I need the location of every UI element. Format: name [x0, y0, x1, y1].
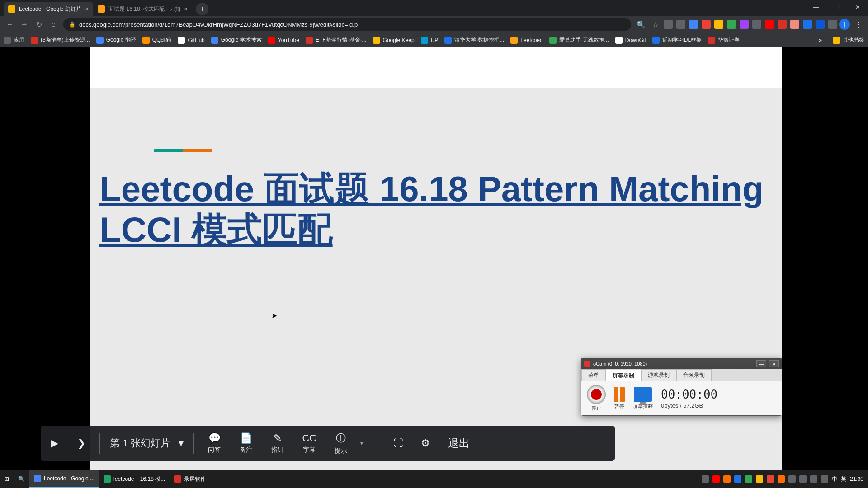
extension-icon-8[interactable] — [765, 20, 774, 29]
bookmark-11[interactable]: 爱莫助手-无线数据... — [549, 36, 609, 44]
profile-avatar[interactable]: j — [839, 19, 850, 30]
window-minimize[interactable]: — — [806, 0, 826, 14]
extension-icon-9[interactable] — [778, 20, 787, 29]
bookmarks-overflow[interactable]: » — [819, 37, 822, 43]
tray-icon-9[interactable] — [723, 475, 731, 483]
bookmark-3[interactable]: GitHub — [178, 37, 204, 44]
apps-button[interactable]: 应用 — [4, 36, 24, 44]
extension-icon-5[interactable] — [727, 20, 736, 29]
bookmark-8[interactable]: UP — [421, 37, 439, 44]
tray-icon-1[interactable] — [810, 475, 817, 483]
ocam-tab-2[interactable]: 游戏录制 — [641, 369, 676, 381]
ocam-minimize[interactable]: — — [756, 360, 766, 367]
bookmark-6[interactable]: ETF基金行情-基金-... — [306, 36, 367, 44]
tab-title: 面试题 16.18. 模式匹配 - 力扣 — [108, 5, 180, 13]
tray-icon-10[interactable] — [712, 475, 720, 483]
fullscreen-button[interactable]: ⛶ — [385, 426, 412, 461]
ime-indicator-1[interactable]: 中 — [832, 475, 837, 483]
chevron-down-icon: ▾ — [179, 437, 184, 449]
presenter-tool-4[interactable]: ⓘ提示 — [325, 432, 357, 455]
extension-icon-4[interactable] — [714, 20, 723, 29]
settings-button[interactable]: ⚙ — [412, 426, 439, 461]
presenter-tool-3[interactable]: CC字幕 — [293, 432, 325, 455]
extension-icon-10[interactable] — [790, 20, 799, 29]
tray-icon-0[interactable] — [821, 475, 828, 483]
chrome-menu[interactable]: ⋮ — [852, 20, 864, 29]
extension-icon-3[interactable] — [702, 20, 711, 29]
start-button[interactable]: ⊞ — [0, 470, 14, 488]
extension-icon-7[interactable] — [752, 20, 761, 29]
bookmark-4[interactable]: Google 学术搜索 — [211, 36, 262, 44]
stop-record-button[interactable]: 停止 — [587, 385, 606, 412]
tray-icon-8[interactable] — [734, 475, 741, 483]
bookmark-14[interactable]: 华鑫证券 — [708, 36, 740, 44]
reload-button[interactable]: ↻ — [33, 18, 45, 31]
address-bar[interactable]: 🔒 docs.google.com/presentation/d/1dm7Bea… — [63, 18, 631, 31]
slide-picker[interactable]: 第 1 张幻灯片 ▾ — [104, 436, 189, 450]
zoom-icon[interactable]: 🔍 — [635, 18, 647, 31]
window-maximize[interactable]: ❐ — [826, 0, 847, 14]
bookmark-label: Leetcoed — [520, 37, 542, 43]
tools-dropdown[interactable]: ▾ — [357, 440, 367, 446]
taskbar-app-1[interactable]: leetcode – 16.18 模... — [99, 470, 170, 488]
tray-icon-4[interactable] — [778, 475, 785, 483]
other-bookmarks[interactable]: 其他书签 — [833, 36, 864, 44]
tray-icon-2[interactable] — [799, 475, 807, 483]
tray-icon-11[interactable] — [702, 475, 709, 483]
screen-capture-button[interactable]: 屏幕捕获 — [633, 387, 653, 410]
tray-icon-7[interactable] — [745, 475, 752, 483]
bookmark-12[interactable]: DownGit — [615, 37, 646, 44]
tray-icon-3[interactable] — [788, 475, 796, 483]
ocam-tab-0[interactable]: 菜单 — [581, 369, 606, 381]
tray-icon-5[interactable] — [767, 475, 774, 483]
ocam-tab-3[interactable]: 音频录制 — [676, 369, 712, 381]
pause-record-button[interactable]: 暂停 — [614, 387, 625, 410]
taskbar-search[interactable]: 🔍 — [14, 470, 29, 488]
browser-tab-0[interactable]: Leetcode - Google 幻灯片× — [4, 2, 93, 16]
exit-button[interactable]: 退出 — [439, 436, 479, 450]
next-slide-button[interactable]: ❯ — [68, 426, 95, 461]
bookmark-icon — [268, 37, 275, 44]
star-icon[interactable]: ☆ — [649, 18, 662, 31]
window-close[interactable]: ✕ — [847, 0, 868, 14]
play-button[interactable]: ▶ — [41, 426, 68, 461]
presenter-tool-2[interactable]: ✎指针 — [262, 432, 293, 455]
presentation-viewport: Leetcode 面试题 16.18 Pattern Matching LCCI… — [0, 47, 868, 470]
presenter-tool-0[interactable]: 💬问答 — [198, 432, 230, 455]
tab-close[interactable]: × — [85, 5, 89, 13]
bookmark-2[interactable]: QQ邮箱 — [142, 36, 172, 44]
bookmark-9[interactable]: 清华大学-数据挖掘... — [444, 36, 504, 44]
ocam-tab-1[interactable]: 屏幕录制 — [606, 370, 641, 381]
tab-close[interactable]: × — [184, 5, 188, 13]
bookmark-label: Google Keep — [383, 37, 415, 43]
presenter-tool-1[interactable]: 📄备注 — [230, 432, 262, 455]
forward-button[interactable]: → — [18, 18, 31, 31]
extension-icon-11[interactable] — [803, 20, 812, 29]
extension-icon-0[interactable] — [664, 20, 673, 29]
bookmark-13[interactable]: 近期学习DL框架 — [652, 36, 702, 44]
tray-icon-6[interactable] — [756, 475, 763, 483]
bookmark-0[interactable]: (3条消息)上传资源... — [31, 36, 90, 44]
ocam-close[interactable]: ✕ — [769, 360, 779, 367]
home-button[interactable]: ⌂ — [47, 18, 60, 31]
extension-icon-6[interactable] — [740, 20, 749, 29]
extension-icon-2[interactable] — [689, 20, 698, 29]
bookmark-1[interactable]: Google 翻译 — [96, 36, 136, 44]
ime-indicator-2[interactable]: 英 — [841, 475, 846, 483]
taskbar-app-0[interactable]: Leetcode - Google ... — [29, 470, 99, 488]
new-tab-button[interactable]: + — [196, 3, 208, 15]
bookmark-label: DownGit — [625, 37, 646, 43]
taskbar-clock[interactable]: 21:30 — [850, 476, 863, 482]
bookmark-7[interactable]: Google Keep — [373, 37, 415, 44]
browser-tab-1[interactable]: 面试题 16.18. 模式匹配 - 力扣× — [93, 2, 192, 16]
bookmark-10[interactable]: Leetcoed — [510, 37, 542, 44]
tab-favicon — [98, 5, 105, 13]
ocam-window[interactable]: oCam (0, 0, 1920, 1080) — ✕ 菜单屏幕录制游戏录制音频… — [581, 358, 782, 416]
bookmark-5[interactable]: YouTube — [268, 37, 299, 44]
back-button[interactable]: ← — [4, 18, 16, 31]
bookmark-label: Google 翻译 — [106, 36, 136, 44]
extension-icon-12[interactable] — [816, 20, 825, 29]
extension-icon-1[interactable] — [676, 20, 685, 29]
taskbar-app-2[interactable]: 录屏软件 — [170, 470, 210, 488]
extension-icon-13[interactable] — [828, 20, 837, 29]
